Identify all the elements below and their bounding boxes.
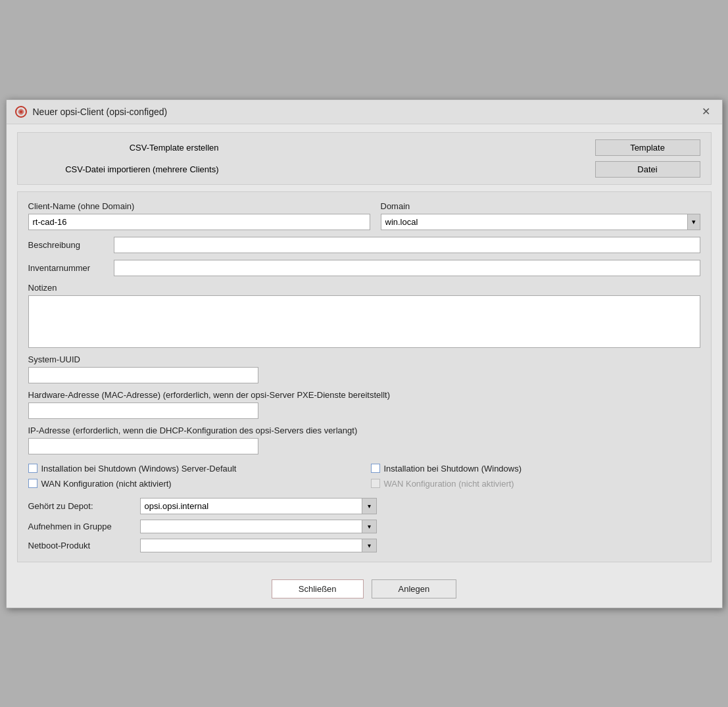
app-icon (14, 105, 28, 118)
domain-label: Domain (381, 201, 700, 211)
checkbox-shutdown-server-default-label: Installation bei Shutdown (Windows) Serv… (41, 464, 237, 474)
csv-template-label: CSV-Template erstellen (28, 143, 219, 153)
dialog-buttons: Schließen Anlegen (7, 570, 722, 608)
csv-section: CSV-Template erstellen Template CSV-Date… (17, 132, 712, 185)
beschreibung-input[interactable] (114, 237, 700, 253)
depot-label: Gehört zu Depot: (28, 501, 133, 511)
anlegen-button[interactable]: Anlegen (372, 579, 457, 598)
checkbox-wan-right-label: WAN Konfiguration (nicht aktiviert) (384, 479, 514, 489)
depot-row: Gehört zu Depot: opsi.opsi.internal ▾ (28, 498, 700, 514)
ip-section: IP-Adresse (erforderlich, wenn die DHCP-… (28, 426, 700, 454)
domain-select[interactable]: ▾ (381, 214, 700, 230)
client-domain-row: Client-Name (ohne Domain) Domain ▾ (28, 201, 700, 230)
mac-section: Hardware-Adresse (MAC-Adresse) (erforder… (28, 390, 700, 419)
dropdown-section: Gehört zu Depot: opsi.opsi.internal ▾ Au… (28, 498, 700, 552)
client-name-label: Client-Name (ohne Domain) (28, 201, 370, 211)
checkbox-row-2: WAN Konfiguration (nicht aktiviert) (28, 479, 358, 489)
title-bar: Neuer opsi-Client (opsi-configed) ✕ (7, 100, 722, 124)
uuid-label: System-UUID (28, 354, 700, 364)
notizen-section: Notizen (28, 283, 700, 348)
checkbox-row-1: Installation bei Shutdown (Windows) Serv… (28, 464, 358, 474)
client-name-group: Client-Name (ohne Domain) (28, 201, 370, 230)
checkbox-wan-left[interactable] (28, 479, 37, 488)
mac-label: Hardware-Adresse (MAC-Adresse) (erforder… (28, 390, 700, 400)
checkbox-col-right: Installation bei Shutdown (Windows) WAN … (371, 464, 700, 489)
checkbox-row-3: Installation bei Shutdown (Windows) (371, 464, 700, 474)
gruppe-value (141, 524, 362, 529)
datei-button[interactable]: Datei (595, 161, 700, 178)
svg-point-1 (20, 110, 22, 113)
csv-import-label: CSV-Datei importieren (mehrere Clients) (28, 164, 219, 174)
inventar-row: Inventarnummer (28, 260, 700, 276)
checkbox-wan-right (371, 479, 380, 488)
depot-dropdown[interactable]: opsi.opsi.internal ▾ (140, 498, 377, 514)
netboot-dropdown[interactable]: ▾ (140, 539, 377, 552)
close-button[interactable]: ✕ (698, 105, 714, 118)
beschreibung-row: Beschreibung (28, 237, 700, 253)
gruppe-dropdown[interactable]: ▾ (140, 520, 377, 533)
checkbox-shutdown-server-default[interactable] (28, 464, 37, 473)
checkbox-section: Installation bei Shutdown (Windows) Serv… (28, 464, 700, 489)
checkbox-col-left: Installation bei Shutdown (Windows) Serv… (28, 464, 358, 489)
dialog-title: Neuer opsi-Client (opsi-configed) (33, 107, 168, 117)
uuid-section: System-UUID (28, 354, 700, 383)
gruppe-chevron-icon[interactable]: ▾ (362, 520, 376, 533)
gruppe-row: Aufnehmen in Gruppe ▾ (28, 520, 700, 533)
form-section: Client-Name (ohne Domain) Domain ▾ Besch… (17, 191, 712, 562)
notizen-textarea[interactable] (28, 295, 700, 348)
domain-group: Domain ▾ (381, 201, 700, 230)
ip-label: IP-Adresse (erforderlich, wenn die DHCP-… (28, 426, 700, 435)
client-name-input[interactable] (28, 214, 370, 230)
template-button[interactable]: Template (595, 139, 700, 156)
checkbox-shutdown-right[interactable] (371, 464, 380, 473)
checkbox-shutdown-right-label: Installation bei Shutdown (Windows) (384, 464, 522, 474)
netboot-chevron-icon[interactable]: ▾ (362, 539, 376, 552)
ip-input[interactable] (28, 438, 258, 454)
domain-chevron-icon[interactable]: ▾ (687, 214, 700, 230)
title-bar-left: Neuer opsi-Client (opsi-configed) (14, 105, 168, 118)
gruppe-label: Aufnehmen in Gruppe (28, 522, 133, 531)
dialog-window: Neuer opsi-Client (opsi-configed) ✕ CSV-… (6, 99, 723, 608)
depot-value: opsi.opsi.internal (141, 499, 362, 514)
netboot-value (141, 543, 362, 548)
inventar-input[interactable] (114, 260, 700, 276)
notizen-label: Notizen (28, 283, 700, 293)
schliessen-button[interactable]: Schließen (272, 579, 364, 598)
checkbox-wan-left-label: WAN Konfiguration (nicht aktiviert) (41, 479, 172, 489)
checkbox-row-4: WAN Konfiguration (nicht aktiviert) (371, 479, 700, 489)
csv-template-row: CSV-Template erstellen Template (28, 139, 700, 156)
netboot-label: Netboot-Produkt (28, 541, 133, 550)
uuid-input[interactable] (28, 367, 258, 383)
depot-chevron-icon[interactable]: ▾ (362, 499, 376, 514)
netboot-row: Netboot-Produkt ▾ (28, 539, 700, 552)
csv-import-row: CSV-Datei importieren (mehrere Clients) … (28, 161, 700, 178)
domain-input[interactable] (381, 214, 687, 230)
dialog-content: CSV-Template erstellen Template CSV-Date… (7, 124, 722, 570)
inventar-label: Inventarnummer (28, 263, 107, 273)
mac-input[interactable] (28, 402, 258, 419)
beschreibung-label: Beschreibung (28, 240, 107, 250)
